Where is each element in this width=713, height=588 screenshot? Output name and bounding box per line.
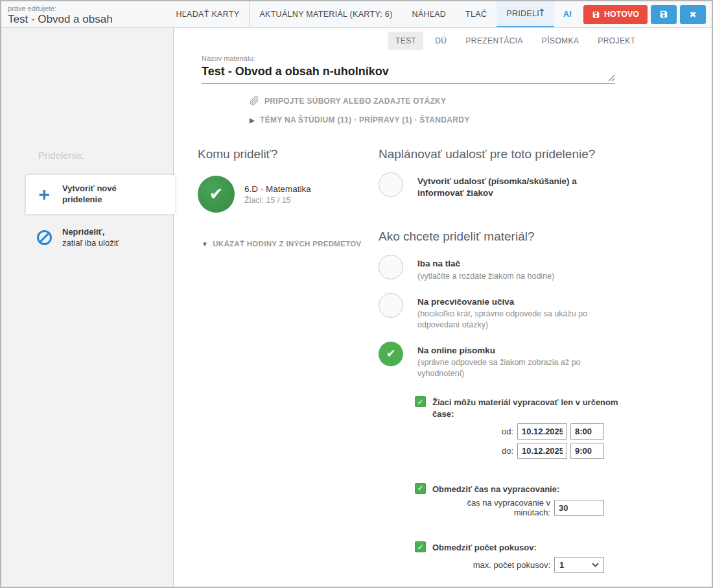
checkbox-checked-icon[interactable]: ✓: [415, 483, 426, 494]
checkbox-checked-icon[interactable]: ✓: [415, 541, 426, 552]
done-button-label: HOTOVO: [604, 10, 639, 19]
schedule-event-option[interactable]: Vytvoriť udalosť (písomka/skúšanie) a in…: [379, 172, 635, 199]
triangle-down-icon: ▼: [202, 241, 208, 248]
time-to-row: do:: [415, 443, 604, 459]
option-print-only[interactable]: Iba na tlač (vytlačíte a rozdáte žiakom …: [379, 255, 635, 281]
tab-du[interactable]: DÚ: [428, 32, 454, 50]
no-assignment-label: Neprideliť, zatiaľ iba uložiť: [62, 227, 119, 249]
checkbox-checked-icon[interactable]: ✓: [415, 396, 426, 407]
save-button[interactable]: [651, 5, 677, 24]
from-label: od:: [502, 427, 513, 436]
editing-label: práve editujete:: [8, 5, 167, 12]
assign-to-heading: Komu prideliť?: [198, 147, 379, 161]
tab-projekt[interactable]: PROJEKT: [590, 32, 642, 50]
attempts-row: max. počet pokusov: 1: [415, 557, 604, 573]
assign-options-column: Naplánovať udalosť pre toto pridelenie? …: [379, 147, 635, 588]
assignments-sidebar: Pridelenia: + Vytvoriť nové pridelenie N…: [1, 28, 174, 588]
class-students-count: Žiaci: 15 / 15: [244, 196, 311, 205]
header-buttons: HOTOVO ✖: [583, 1, 712, 27]
close-icon: ✖: [690, 10, 697, 19]
document-title: Test - Obvod a obsah: [8, 13, 167, 26]
radio-unchecked-icon[interactable]: [379, 293, 403, 318]
from-date-input[interactable]: [517, 423, 567, 440]
main-panel: TEST DÚ PREZENTÁCIA PÍSOMKA PROJEKT Názo…: [174, 28, 712, 588]
max-attempts-label: max. počet pokusov:: [473, 560, 550, 570]
material-type-tabs: TEST DÚ PREZENTÁCIA PÍSOMKA PROJEKT: [388, 32, 712, 50]
attach-files-link[interactable]: PRIPOJTE SÚBORY ALEBO ZADAJTE OTÁZKY: [250, 96, 712, 106]
body: Pridelenia: + Vytvoriť nové pridelenie N…: [1, 28, 712, 588]
class-selected-check-icon[interactable]: ✔: [198, 176, 235, 213]
save-icon: [592, 10, 600, 19]
ai-button[interactable]: AI: [554, 1, 583, 27]
class-info: 6.D · Matematika Žiaci: 15 / 15: [244, 176, 311, 213]
done-button[interactable]: HOTOVO: [583, 5, 648, 24]
schedule-event-label: Vytvoriť udalosť (písomka/skúšanie) a in…: [417, 176, 620, 199]
plus-icon: +: [26, 186, 62, 203]
time-from-row: od:: [415, 423, 604, 440]
show-other-lessons-link[interactable]: ▼ UKÁZAŤ HODINY Z INÝCH PREDMETOV: [202, 240, 379, 248]
attempts-label: Obmedziť počet pokusov:: [432, 541, 537, 554]
class-name: 6.D · Matematika: [244, 184, 311, 194]
material-name-label: Názov materiálu:: [202, 54, 615, 62]
close-button[interactable]: ✖: [680, 5, 706, 24]
tab-preview[interactable]: NÁHĽAD: [403, 1, 456, 27]
from-time-input[interactable]: [570, 423, 604, 440]
assign-to-column: Komu prideliť? ✔ 6.D · Matematika Žiaci:…: [198, 147, 379, 588]
radio-unchecked-icon[interactable]: [379, 172, 403, 197]
class-item[interactable]: ✔ 6.D · Matematika Žiaci: 15 / 15: [198, 176, 379, 213]
sidebar-item-no-assignment[interactable]: Neprideliť, zatiaľ iba uložiť: [26, 227, 173, 249]
test-settings: ✓ Žiaci môžu materiál vypracovať len v u…: [415, 396, 635, 588]
time-limit-checkbox-row[interactable]: ✓ Obmedziť čas na vypracovanie:: [415, 483, 635, 495]
max-attempts-select[interactable]: 1: [554, 557, 604, 573]
minutes-row: čas na vypracovanie v minútach:: [415, 498, 604, 517]
material-name-input[interactable]: Test - Obvod a obsah n-uholníkov: [202, 62, 615, 84]
time-limit-label: Obmedziť čas na vypracovanie:: [432, 483, 559, 495]
to-label: do:: [502, 446, 513, 456]
attempts-checkbox-row[interactable]: ✓ Obmedziť počet pokusov:: [415, 541, 635, 554]
option-practice[interactable]: Na precvičovanie učiva (hocikoľko krát, …: [379, 293, 635, 331]
time-window-label: Žiaci môžu materiál vypracovať len v urč…: [432, 396, 635, 419]
sidebar-item-new-assignment[interactable]: + Vytvoriť nové pridelenie: [26, 175, 175, 214]
radio-unchecked-icon[interactable]: [379, 255, 403, 279]
schedule-heading: Naplánovať udalosť pre toto pridelenie?: [379, 147, 635, 161]
material-name-block: Názov materiálu: Test - Obvod a obsah n-…: [202, 54, 615, 84]
sidebar-title: Pridelenia:: [38, 150, 173, 161]
save-icon: [659, 10, 668, 19]
tab-search-cards[interactable]: HĽADAŤ KARTY: [167, 1, 250, 27]
app-window: práve editujete: Test - Obvod a obsah HĽ…: [0, 0, 713, 588]
topics-link[interactable]: ▶ TÉMY NA ŠTÚDIUM (11) · PRÍPRAVY (1) · …: [250, 115, 712, 124]
how-assign-heading: Ako chcete prideliť materiál?: [379, 229, 635, 244]
block-icon: [26, 230, 62, 245]
header-tabs: HĽADAŤ KARTY AKTUÁLNY MATERIÁL (KARTY: 6…: [167, 1, 712, 27]
triangle-right-icon: ▶: [250, 117, 255, 124]
tab-test[interactable]: TEST: [388, 32, 423, 50]
tab-current-material[interactable]: AKTUÁLNY MATERIÁL (KARTY: 6): [250, 1, 402, 27]
current-document: práve editujete: Test - Obvod a obsah: [1, 1, 167, 27]
option-online-test[interactable]: ✔ Na online písomku (správne odpovede sa…: [379, 342, 635, 379]
header-bar: práve editujete: Test - Obvod a obsah HĽ…: [1, 1, 712, 28]
assign-columns: Komu prideliť? ✔ 6.D · Matematika Žiaci:…: [174, 147, 712, 588]
tab-prezentacia[interactable]: PREZENTÁCIA: [458, 32, 530, 50]
minutes-input[interactable]: [554, 500, 604, 516]
paperclip-icon: [250, 96, 259, 106]
minutes-label: čas na vypracovanie v minútach:: [450, 498, 550, 517]
radio-checked-icon[interactable]: ✔: [379, 342, 403, 366]
new-assignment-label: Vytvoriť nové pridelenie: [62, 183, 117, 206]
to-time-input[interactable]: [570, 443, 604, 459]
tab-assign[interactable]: PRIDELIŤ: [497, 1, 554, 27]
to-date-input[interactable]: [517, 443, 567, 459]
resize-handle-icon[interactable]: [608, 75, 615, 82]
chevron-down-icon: [592, 563, 599, 567]
tab-pisomka[interactable]: PÍSOMKA: [535, 32, 586, 50]
time-window-checkbox-row[interactable]: ✓ Žiaci môžu materiál vypracovať len v u…: [415, 396, 635, 419]
tab-print[interactable]: TLAČ: [456, 1, 497, 27]
